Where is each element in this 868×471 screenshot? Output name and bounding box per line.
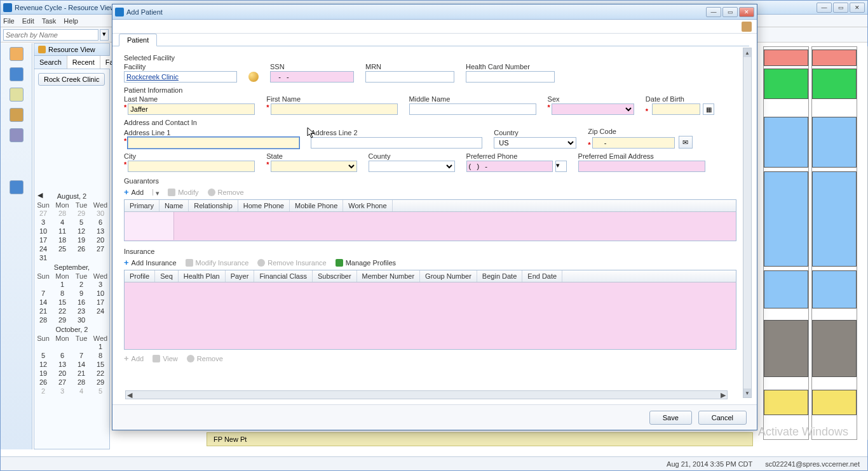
cancel-button[interactable]: Cancel: [698, 411, 747, 425]
calendar-day[interactable]: 17: [34, 236, 53, 244]
calendar-day[interactable]: 30: [72, 315, 91, 324]
dialog-hscroll[interactable]: ◀▶: [125, 390, 728, 399]
guarantor-add-dropdown[interactable]: ▾: [153, 189, 159, 196]
guarantor-add-button[interactable]: +Add: [124, 187, 144, 197]
email-input[interactable]: [578, 161, 705, 172]
calendar-day[interactable]: 2: [72, 280, 91, 289]
calendar-day[interactable]: 3: [91, 280, 110, 289]
col-header[interactable]: Primary: [125, 200, 159, 211]
calendar-day[interactable]: [91, 253, 110, 262]
dob-input[interactable]: [652, 103, 700, 115]
col-header[interactable]: Begin Date: [477, 270, 522, 282]
sidebar-icon-4[interactable]: [10, 108, 24, 122]
facility-input[interactable]: [124, 71, 237, 83]
calendar-day[interactable]: [34, 342, 53, 351]
middle-name-input[interactable]: [409, 103, 536, 115]
col-header[interactable]: Subscriber: [313, 270, 357, 282]
col-header[interactable]: Seq: [155, 270, 179, 282]
calendar-day[interactable]: 1: [91, 342, 110, 351]
calendar-day[interactable]: 12: [34, 360, 53, 369]
schedule-block[interactable]: [764, 320, 808, 377]
col-header[interactable]: Group Number: [420, 270, 477, 282]
schedule-block[interactable]: [764, 69, 808, 99]
calendar-day[interactable]: 21: [72, 369, 91, 378]
calendar-day[interactable]: 14: [34, 298, 53, 307]
main-minimize-button[interactable]: —: [817, 3, 832, 13]
address2-input[interactable]: [311, 137, 482, 149]
subtab-recent[interactable]: Recent: [67, 56, 100, 69]
scroll-up-icon[interactable]: ▲: [743, 48, 751, 57]
menu-file[interactable]: File: [3, 17, 15, 25]
insurance-add-button[interactable]: +Add Insurance: [124, 258, 177, 267]
scroll-down-icon[interactable]: ▼: [743, 388, 751, 397]
col-header[interactable]: Member Number: [357, 270, 421, 282]
calendar-day[interactable]: 30: [91, 209, 110, 218]
hcn-input[interactable]: [466, 71, 555, 83]
calendar-day[interactable]: 22: [53, 307, 72, 315]
schedule-block[interactable]: [812, 69, 857, 99]
sex-select[interactable]: [552, 103, 634, 115]
calendar-day[interactable]: 13: [53, 360, 72, 369]
schedule-block[interactable]: [812, 117, 857, 168]
col-header[interactable]: Health Plan: [179, 270, 226, 282]
calendar-day[interactable]: 20: [53, 369, 72, 378]
calendar-day[interactable]: 10: [34, 227, 53, 236]
calendar-day[interactable]: 7: [72, 351, 91, 360]
calendar-day[interactable]: 3: [53, 387, 72, 395]
calendar-day[interactable]: 5: [91, 387, 110, 395]
calendar-day[interactable]: 8: [53, 289, 72, 298]
calendar-day[interactable]: 24: [91, 307, 110, 315]
calendar-day[interactable]: 5: [34, 351, 53, 360]
calendar-day[interactable]: 8: [91, 351, 110, 360]
main-maximize-button[interactable]: ▭: [833, 3, 848, 13]
calendar-day[interactable]: 26: [72, 244, 91, 253]
calendar-day[interactable]: 10: [91, 289, 110, 298]
schedule-block[interactable]: [812, 320, 857, 377]
appointment-row[interactable]: FP New Pt: [207, 432, 753, 446]
calendar-day[interactable]: 2: [34, 387, 53, 395]
calendar-day[interactable]: 27: [53, 378, 72, 387]
search-input[interactable]: [3, 29, 98, 41]
mrn-input[interactable]: [365, 71, 454, 83]
calendar-day[interactable]: 5: [72, 218, 91, 227]
menu-edit[interactable]: Edit: [22, 17, 34, 25]
schedule-block[interactable]: [764, 117, 808, 168]
calendar-icon[interactable]: [10, 180, 24, 194]
calendar-day[interactable]: 19: [72, 236, 91, 244]
schedule-block[interactable]: [812, 270, 857, 308]
calendar-picker-icon[interactable]: ▦: [703, 103, 714, 115]
calendar-day[interactable]: 14: [72, 360, 91, 369]
calendar-day[interactable]: 25: [53, 244, 72, 253]
schedule-block[interactable]: [764, 390, 808, 415]
calendar-day[interactable]: [34, 280, 53, 289]
schedule-block[interactable]: [812, 171, 857, 267]
calendar-day[interactable]: 27: [34, 209, 53, 218]
calendar-day[interactable]: 26: [34, 378, 53, 387]
calendar-day[interactable]: 9: [72, 289, 91, 298]
calendar-day[interactable]: 16: [72, 298, 91, 307]
calendar-day[interactable]: [72, 342, 91, 351]
calendar-day[interactable]: 29: [91, 378, 110, 387]
calendar-day[interactable]: 23: [72, 307, 91, 315]
insurance-grid[interactable]: ProfileSeqHealth PlanPayerFinancial Clas…: [124, 270, 736, 350]
dialog-close-button[interactable]: ✕: [739, 7, 754, 17]
dialog-tool-icon[interactable]: [742, 22, 752, 32]
search-dropdown[interactable]: ▾: [100, 29, 109, 41]
city-input[interactable]: [128, 161, 255, 172]
resource-view-tab[interactable]: Resource View: [34, 44, 109, 56]
address1-input[interactable]: [128, 137, 299, 149]
schedule-block[interactable]: [812, 50, 857, 66]
calendar-day[interactable]: 29: [53, 315, 72, 324]
dialog-maximize-button[interactable]: ▭: [722, 7, 738, 17]
calendar-day[interactable]: 15: [53, 298, 72, 307]
calendar-day[interactable]: 4: [53, 218, 72, 227]
col-header[interactable]: Financial Class: [254, 270, 313, 282]
state-select[interactable]: [271, 161, 357, 172]
col-header[interactable]: Payer: [226, 270, 255, 282]
col-header[interactable]: Home Phone: [238, 200, 290, 211]
calendar-day[interactable]: 31: [34, 253, 53, 262]
schedule-block[interactable]: [764, 50, 808, 66]
calendar-day[interactable]: 1: [53, 280, 72, 289]
tab-patient[interactable]: Patient: [119, 34, 157, 46]
phone-type-dropdown[interactable]: ▾: [555, 161, 567, 172]
